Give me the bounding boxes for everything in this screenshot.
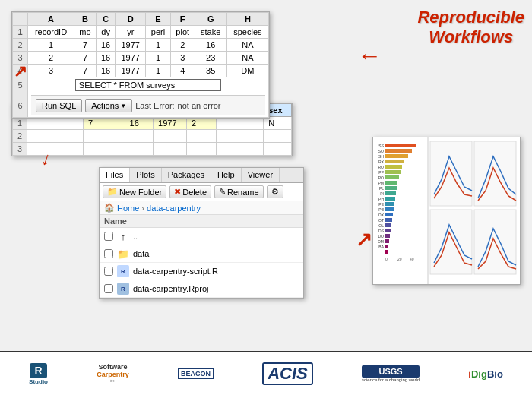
results-row-1-plot: 2 bbox=[186, 117, 216, 130]
tab-files[interactable]: Files bbox=[100, 168, 130, 182]
cell-3f: 3 bbox=[170, 52, 195, 65]
svg-text:PI: PI bbox=[380, 191, 384, 196]
list-item: R data-carpentry-script.R bbox=[100, 263, 303, 280]
col-header-1: 1 bbox=[13, 26, 28, 39]
cell-2g: 16 bbox=[195, 39, 226, 52]
results-row-1-month: 7 bbox=[84, 117, 125, 130]
svg-text:PP: PP bbox=[378, 170, 384, 175]
cell-4a: 3 bbox=[28, 65, 74, 77]
file-name-rproj[interactable]: data-carpentry.Rproj bbox=[133, 284, 208, 293]
files-list: ↑ .. 📁 data R data-carpentry-script.R R … bbox=[100, 228, 303, 298]
dropdown-arrow-icon: ▼ bbox=[120, 103, 126, 109]
file-name-data[interactable]: data bbox=[133, 249, 149, 258]
cell-1b: mo bbox=[74, 26, 97, 39]
logo-usgs: USGS science for a changing world bbox=[362, 359, 420, 389]
cell-3e: 1 bbox=[146, 52, 171, 65]
svg-text:PE: PE bbox=[378, 202, 384, 207]
rproj-icon: R bbox=[117, 283, 129, 295]
delete-label: Delete bbox=[182, 188, 207, 197]
cell-1a: recordID bbox=[28, 26, 74, 39]
results-row-3-month bbox=[84, 143, 125, 156]
svg-text:0: 0 bbox=[385, 257, 388, 261]
breadcrumb: 🏠 Home › data-carpentry bbox=[100, 201, 303, 215]
logo-rstudio: R Studio bbox=[29, 359, 48, 389]
row-6-num: 6 bbox=[13, 93, 28, 118]
tab-help[interactable]: Help bbox=[211, 168, 242, 182]
files-panel: Files Plots Packages Help Viewer 📁 New F… bbox=[99, 167, 304, 299]
rename-button[interactable]: ✎ Rename bbox=[214, 185, 264, 198]
svg-rect-12 bbox=[385, 207, 394, 211]
svg-text:PH: PH bbox=[378, 197, 384, 201]
footer-bar: R Studio Software Carpentry ✂ BEACON ACI… bbox=[0, 351, 532, 395]
file-checkbox[interactable] bbox=[104, 232, 113, 241]
sql-input-display[interactable]: SELECT * FROM surveys bbox=[75, 79, 221, 91]
file-checkbox[interactable] bbox=[104, 249, 113, 258]
breadcrumb-current[interactable]: data-carpentry bbox=[147, 204, 201, 213]
file-name-script[interactable]: data-carpentry-script.R bbox=[133, 267, 218, 276]
delete-button[interactable]: ✖ Delete bbox=[169, 185, 211, 198]
cell-1g: stake bbox=[195, 26, 226, 39]
results-row-1-num: 1 bbox=[13, 117, 27, 130]
results-row-2-plot bbox=[186, 130, 216, 143]
cell-2e: 1 bbox=[146, 39, 171, 52]
actions-button[interactable]: Actions ▼ bbox=[85, 99, 132, 112]
cell-4c: 16 bbox=[96, 65, 115, 77]
cell-2a: 1 bbox=[28, 39, 74, 52]
run-sql-button[interactable]: Run SQL bbox=[36, 99, 82, 112]
breadcrumb-separator: › bbox=[141, 204, 144, 213]
more-button[interactable]: ⚙ bbox=[267, 185, 283, 198]
file-checkbox[interactable] bbox=[104, 284, 113, 293]
file-checkbox[interactable] bbox=[104, 267, 113, 276]
last-error-value: not an error bbox=[178, 101, 221, 110]
col-header-f: F bbox=[170, 13, 195, 26]
cell-2h: NA bbox=[226, 39, 268, 52]
cell-3g: 23 bbox=[195, 52, 226, 65]
list-item: ↑ .. bbox=[100, 228, 303, 245]
logo-swcarpentry: Software Carpentry ✂ bbox=[97, 359, 129, 389]
svg-text:PL: PL bbox=[379, 186, 384, 191]
row-2-num: 2 bbox=[13, 39, 28, 52]
svg-text:20: 20 bbox=[397, 257, 402, 261]
tab-plots[interactable]: Plots bbox=[130, 168, 161, 182]
spreadsheet-panel: A B C D E F G H 1 recordID mo dy yr peri… bbox=[11, 11, 270, 118]
svg-rect-11 bbox=[385, 202, 394, 206]
svg-rect-10 bbox=[385, 197, 395, 201]
arrow-down-left-icon: ↙ bbox=[14, 62, 27, 82]
svg-rect-2 bbox=[385, 154, 408, 158]
tab-packages[interactable]: Packages bbox=[162, 168, 211, 182]
svg-text:SS: SS bbox=[378, 144, 384, 148]
cell-3c: 16 bbox=[96, 52, 115, 65]
breadcrumb-home[interactable]: Home bbox=[117, 204, 139, 213]
spreadsheet-table: A B C D E F G H 1 recordID mo dy yr peri… bbox=[12, 12, 269, 118]
cell-2d: 1977 bbox=[116, 39, 146, 52]
new-folder-label: New Folder bbox=[119, 188, 162, 197]
name-column-header: Name bbox=[104, 216, 127, 226]
arrow-right-icon: ← bbox=[357, 42, 382, 70]
rename-label: Rename bbox=[227, 188, 259, 197]
cell-1f: plot bbox=[170, 26, 195, 39]
svg-text:PM: PM bbox=[378, 181, 385, 185]
svg-text:BA: BA bbox=[378, 245, 384, 249]
results-row-1-sex: N bbox=[264, 117, 292, 130]
cell-1d: yr bbox=[116, 26, 146, 39]
svg-text:DO: DO bbox=[378, 234, 385, 239]
col-header-b: B bbox=[74, 13, 97, 26]
results-row-2-year bbox=[154, 130, 187, 143]
logo-acis: ACIS bbox=[262, 359, 313, 389]
cell-1e: peri bbox=[146, 26, 171, 39]
files-name-header: Name bbox=[100, 215, 303, 228]
cell-2c: 16 bbox=[96, 39, 115, 52]
col-header-row-num bbox=[13, 13, 28, 26]
cell-1c: dy bbox=[96, 26, 115, 39]
tab-viewer[interactable]: Viewer bbox=[242, 168, 280, 182]
svg-rect-13 bbox=[385, 213, 393, 216]
svg-rect-18 bbox=[385, 239, 389, 243]
svg-text:SO: SO bbox=[378, 149, 384, 153]
results-row-2-month bbox=[84, 130, 125, 143]
svg-rect-3 bbox=[385, 160, 404, 163]
sql-toolbar: Run SQL Actions ▼ Last Error: not an err… bbox=[31, 95, 265, 115]
results-row-3-num: 3 bbox=[13, 143, 27, 156]
cell-2b: 7 bbox=[74, 39, 97, 52]
col-header-g: G bbox=[195, 13, 226, 26]
new-folder-button[interactable]: 📁 New Folder bbox=[103, 185, 166, 198]
